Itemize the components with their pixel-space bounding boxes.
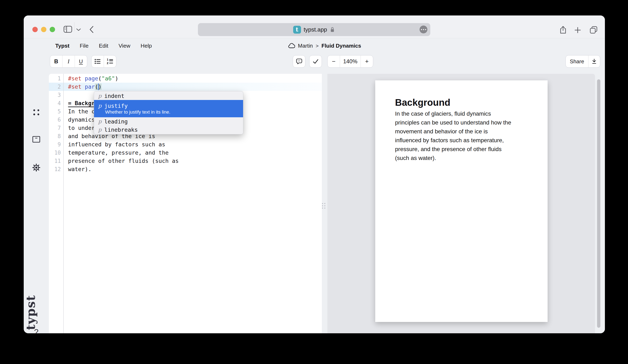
- zoom-level-value: 140%: [343, 58, 357, 65]
- line-number: 6: [49, 116, 61, 124]
- breadcrumb-workspace[interactable]: Martin: [298, 43, 313, 49]
- parameter-kind-icon: p: [98, 103, 102, 109]
- menu-typst[interactable]: Typst: [55, 43, 70, 49]
- bold-button[interactable]: B: [50, 56, 62, 68]
- preview-heading: Background: [395, 97, 528, 108]
- zoom-control-group: − 140% +: [327, 55, 373, 68]
- autocomplete-label: indent: [104, 93, 125, 99]
- text-style-group: B I U: [50, 55, 87, 68]
- zoom-in-label: +: [365, 58, 369, 65]
- underline-button[interactable]: U: [75, 56, 87, 68]
- address-bar[interactable]: t typst.app: [198, 23, 430, 36]
- autocomplete-item-leading[interactable]: pleading: [94, 117, 243, 126]
- underline-label: U: [79, 58, 83, 65]
- autocomplete-item-linebreaks[interactable]: plinebreaks: [94, 126, 243, 134]
- settings-button[interactable]: [24, 163, 49, 172]
- parameter-kind-icon: p: [98, 93, 102, 99]
- breadcrumb-document-title[interactable]: Fluid Dynamics: [321, 43, 361, 49]
- code-text: #set par(): [68, 83, 102, 91]
- line-number: 12: [49, 165, 61, 173]
- line-number: 10: [49, 148, 61, 157]
- code-text: influenced by factors such as: [68, 140, 165, 148]
- svg-text:1: 1: [107, 58, 108, 61]
- download-icon: [591, 58, 597, 65]
- share-button[interactable]: Share: [566, 56, 588, 68]
- download-button[interactable]: [588, 56, 600, 68]
- autocomplete-description: Whether to justify text in its line.: [94, 109, 243, 115]
- browser-chrome: t typst.app: [24, 15, 605, 38]
- code-text: temperature, pressure, and the: [68, 148, 169, 157]
- url-host: typst.app: [304, 26, 327, 33]
- share-button-label: Share: [570, 58, 584, 65]
- minimize-window-button[interactable]: [41, 27, 46, 32]
- italic-label: I: [68, 58, 70, 65]
- italic-button[interactable]: I: [62, 56, 75, 68]
- gutter-separator: [63, 74, 64, 333]
- preview-scrollbar-track[interactable]: [595, 74, 605, 333]
- preview-paragraph-line: (such as water).: [395, 153, 529, 162]
- archive-box-icon: [32, 136, 41, 143]
- bullet-list-button[interactable]: [91, 56, 104, 68]
- zoom-level[interactable]: 140%: [340, 56, 361, 68]
- code-line[interactable]: 2#set par(): [49, 83, 322, 91]
- menu-help[interactable]: Help: [141, 43, 152, 49]
- desktop: { "browser": { "url_host": "typst.app", …: [0, 0, 628, 364]
- menu-file[interactable]: File: [80, 43, 89, 49]
- back-icon[interactable]: [89, 26, 94, 33]
- preview-scrollbar-thumb[interactable]: [597, 79, 600, 328]
- typst-logo: typst: [24, 295, 49, 330]
- svg-text:2: 2: [107, 62, 108, 65]
- code-line[interactable]: 9influenced by factors such as: [49, 140, 322, 148]
- check-button[interactable]: [310, 56, 322, 68]
- share-icon[interactable]: [559, 26, 567, 34]
- chevron-down-icon[interactable]: [76, 28, 81, 31]
- spellcheck-group: [309, 55, 322, 68]
- line-number: 1: [49, 74, 61, 83]
- preview-paragraph-line: In the case of glaciers, fluid dynamics: [395, 109, 529, 118]
- numbered-list-button[interactable]: 1 2: [104, 56, 116, 68]
- gear-icon: [32, 163, 41, 172]
- bold-label: B: [54, 58, 58, 65]
- autocomplete-label: leading: [104, 118, 128, 125]
- sidebar-toggle-icon[interactable]: [64, 26, 72, 33]
- line-number: 11: [49, 157, 61, 165]
- autocomplete-popup: pindentpjustifyWhether to justify text i…: [94, 91, 243, 134]
- close-window-button[interactable]: [32, 27, 38, 32]
- code-editor[interactable]: 1#set page("a6")2#set par()34= Backgroun…: [49, 74, 322, 333]
- preview-paragraph-line: influenced by factors such as temperatur…: [395, 136, 529, 145]
- autocomplete-item-indent[interactable]: pindent: [94, 92, 243, 100]
- page-settings-button[interactable]: [420, 26, 427, 33]
- code-line[interactable]: 11presence of other fluids (such as: [49, 157, 322, 165]
- line-number: 5: [49, 107, 61, 116]
- pane-resize-handle[interactable]: [322, 203, 326, 209]
- zoom-in-button[interactable]: +: [361, 56, 373, 68]
- site-favicon: t: [293, 26, 301, 34]
- share-group: Share: [565, 55, 600, 68]
- comment-button[interactable]: [293, 56, 305, 68]
- code-line[interactable]: 12water).: [49, 165, 322, 173]
- comment-icon: [296, 58, 303, 65]
- preview-page: Background In the case of glaciers, flui…: [375, 80, 548, 322]
- code-line[interactable]: 1#set page("a6"): [49, 74, 322, 83]
- autocomplete-item-justify[interactable]: pjustifyWhether to justify text in its l…: [94, 100, 243, 117]
- code-text: #set page("a6"): [68, 74, 118, 83]
- breadcrumb-separator: >: [316, 43, 318, 49]
- new-tab-icon[interactable]: [574, 27, 581, 34]
- files-button[interactable]: [24, 136, 49, 143]
- menu-view[interactable]: View: [119, 43, 130, 49]
- numbered-list-icon: 1 2: [107, 58, 114, 65]
- preview-paragraph-line: movement and behavior of the ice is: [395, 127, 529, 136]
- code-line[interactable]: 10temperature, pressure, and the: [49, 148, 322, 157]
- breadcrumb: Martin > Fluid Dynamics: [288, 38, 361, 54]
- zoom-out-label: −: [332, 58, 336, 65]
- explore-templates-button[interactable]: [24, 108, 49, 116]
- zoom-out-button[interactable]: −: [328, 56, 340, 68]
- dots-grid-icon: [32, 108, 40, 116]
- zoom-window-button[interactable]: [50, 27, 55, 32]
- comment-group: [293, 55, 305, 68]
- editor-toolbar: B I U 1 2: [24, 54, 605, 73]
- code-text: water).: [68, 165, 91, 173]
- line-number: 3: [49, 91, 61, 99]
- tab-overview-icon[interactable]: [589, 26, 598, 34]
- menu-edit[interactable]: Edit: [99, 43, 108, 49]
